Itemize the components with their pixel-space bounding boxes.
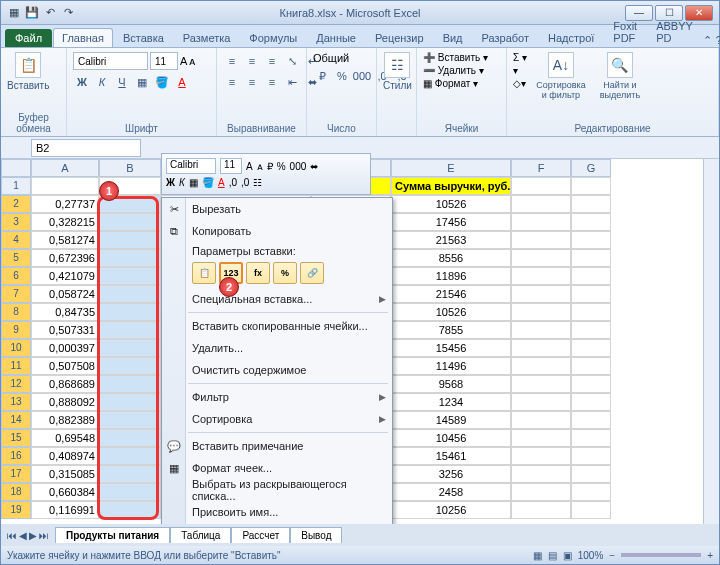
cell[interactable]	[571, 357, 611, 375]
cell[interactable]	[511, 429, 571, 447]
cell[interactable]	[99, 501, 161, 519]
sheet-nav-prev-icon[interactable]: ◀	[19, 530, 27, 541]
comma-icon[interactable]: 000	[353, 67, 371, 85]
align-left-icon[interactable]: ≡	[223, 73, 241, 91]
cell[interactable]	[99, 483, 161, 501]
font-size-combo[interactable]: 11	[150, 52, 178, 70]
mini-percent-icon[interactable]: %	[277, 161, 286, 172]
cell[interactable]	[571, 393, 611, 411]
tab-review[interactable]: Рецензир	[366, 28, 433, 47]
cell[interactable]	[571, 483, 611, 501]
ctx-define-name[interactable]: Присвоить имя...	[162, 501, 392, 523]
ctx-clear[interactable]: Очистить содержимое	[162, 359, 392, 381]
cell[interactable]	[511, 213, 571, 231]
row-header[interactable]: 16	[1, 447, 31, 465]
cell[interactable]: 0,328215	[31, 213, 99, 231]
row-header[interactable]: 4	[1, 231, 31, 249]
insert-cells-button[interactable]: ➕ Вставить ▾	[423, 52, 488, 63]
row-header[interactable]: 3	[1, 213, 31, 231]
cell[interactable]: 15456	[391, 339, 511, 357]
cell[interactable]: 11496	[391, 357, 511, 375]
column-header[interactable]: A	[31, 159, 99, 177]
ctx-dropdown-list[interactable]: Выбрать из раскрывающегося списка...	[162, 479, 392, 501]
orientation-icon[interactable]: ⤡	[283, 52, 301, 70]
font-name-combo[interactable]: Calibri	[73, 52, 148, 70]
mini-border-icon[interactable]: ▦	[189, 177, 198, 188]
cell[interactable]: 0,315085	[31, 465, 99, 483]
cell[interactable]: 10456	[391, 429, 511, 447]
ctx-delete[interactable]: Удалить...	[162, 337, 392, 359]
cell[interactable]: Сумма выручки, руб.	[391, 177, 511, 195]
row-header[interactable]: 5	[1, 249, 31, 267]
indent-dec-icon[interactable]: ⇤	[283, 73, 301, 91]
cell[interactable]: 21546	[391, 285, 511, 303]
tab-foxit[interactable]: Foxit PDF	[604, 16, 646, 47]
grow-font-icon[interactable]: A	[180, 55, 187, 67]
ctx-paste-special[interactable]: Специальная вставка...▶	[162, 288, 392, 310]
row-header[interactable]: 19	[1, 501, 31, 519]
ctx-filter[interactable]: Фильтр▶	[162, 386, 392, 408]
cell[interactable]: 0,408974	[31, 447, 99, 465]
cell[interactable]	[511, 249, 571, 267]
bold-icon[interactable]: Ж	[73, 73, 91, 91]
column-header[interactable]: F	[511, 159, 571, 177]
mini-comma-icon[interactable]: 000	[290, 161, 307, 172]
styles-button[interactable]: ☷Стили	[383, 52, 412, 91]
cell[interactable]	[99, 231, 161, 249]
vertical-scrollbar[interactable]	[703, 159, 719, 529]
cell[interactable]: 21563	[391, 231, 511, 249]
delete-cells-button[interactable]: ➖ Удалить ▾	[423, 65, 484, 76]
mini-bold-icon[interactable]: Ж	[166, 177, 175, 188]
number-format-combo[interactable]: Общий	[313, 52, 373, 64]
tab-abbyy[interactable]: ABBYY PD	[647, 16, 702, 47]
cell[interactable]	[99, 213, 161, 231]
cell[interactable]	[99, 177, 161, 195]
currency-icon[interactable]: ₽	[313, 67, 331, 85]
cell[interactable]	[99, 393, 161, 411]
paste-button[interactable]: 📋Вставить	[7, 52, 49, 91]
ctx-sort[interactable]: Сортировка▶	[162, 408, 392, 430]
align-mid-icon[interactable]: ≡	[243, 52, 261, 70]
mini-shrink-icon[interactable]: ᴀ	[257, 161, 263, 172]
cell[interactable]	[571, 249, 611, 267]
row-header[interactable]: 9	[1, 321, 31, 339]
cell[interactable]: 0,868689	[31, 375, 99, 393]
percent-icon[interactable]: %	[333, 67, 351, 85]
ctx-copy[interactable]: ⧉Копировать	[162, 220, 392, 242]
border-icon[interactable]: ▦	[133, 73, 151, 91]
paste-opt-formulas[interactable]: fx	[246, 262, 270, 284]
row-header[interactable]: 14	[1, 411, 31, 429]
sheet-tab[interactable]: Таблица	[170, 527, 231, 543]
mini-font-combo[interactable]: Calibri	[166, 158, 216, 174]
tab-view[interactable]: Вид	[434, 28, 472, 47]
sheet-nav-first-icon[interactable]: ⏮	[7, 530, 17, 541]
cell[interactable]: 8556	[391, 249, 511, 267]
cell[interactable]: 0,27737	[31, 195, 99, 213]
cell[interactable]: 2458	[391, 483, 511, 501]
paste-opt-link[interactable]: 🔗	[300, 262, 324, 284]
ctx-insert-copied[interactable]: Вставить скопированные ячейки...	[162, 315, 392, 337]
cell[interactable]	[99, 249, 161, 267]
zoom-out-icon[interactable]: −	[609, 550, 615, 561]
mini-merge-icon[interactable]: ⬌	[310, 161, 318, 172]
mini-dec-dec-icon[interactable]: ,0	[241, 177, 249, 188]
cell[interactable]: 11896	[391, 267, 511, 285]
italic-icon[interactable]: К	[93, 73, 111, 91]
cell[interactable]	[511, 447, 571, 465]
format-cells-button[interactable]: ▦ Формат ▾	[423, 78, 478, 89]
cell[interactable]: 15461	[391, 447, 511, 465]
fill-color-icon[interactable]: 🪣	[153, 73, 171, 91]
mini-italic-icon[interactable]: К	[179, 177, 185, 188]
cell[interactable]	[99, 285, 161, 303]
mini-currency-icon[interactable]: ₽	[267, 161, 273, 172]
paste-opt-formatting[interactable]: %	[273, 262, 297, 284]
font-color-icon[interactable]: A	[173, 73, 191, 91]
cell[interactable]	[511, 339, 571, 357]
cell[interactable]: 0,882389	[31, 411, 99, 429]
row-header[interactable]: 10	[1, 339, 31, 357]
cell[interactable]	[571, 195, 611, 213]
cell[interactable]	[511, 501, 571, 519]
row-header[interactable]: 17	[1, 465, 31, 483]
row-header[interactable]: 12	[1, 375, 31, 393]
cell[interactable]: 0,660384	[31, 483, 99, 501]
